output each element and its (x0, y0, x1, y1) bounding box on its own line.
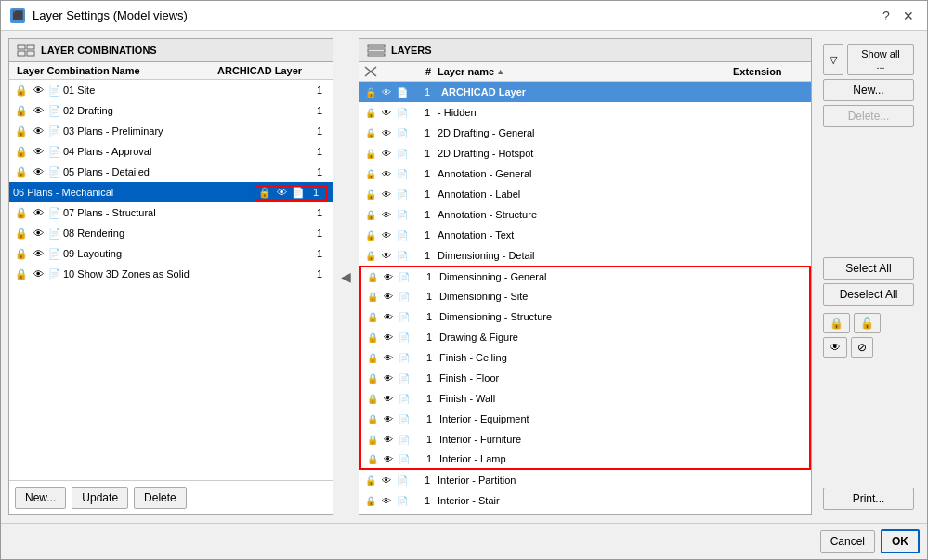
layer-icons: 🔒👁📄 (363, 128, 417, 138)
help-button[interactable]: ? (877, 7, 895, 25)
deselect-all-button[interactable]: Deselect All (823, 283, 914, 306)
select-all-button[interactable]: Select All (823, 257, 914, 280)
layer-num: 1 (419, 311, 439, 322)
layer-row[interactable]: 🔒👁📄12D Drafting - Hotspot (359, 143, 811, 163)
layers-icon (367, 43, 386, 58)
doc-icon: 📄 (397, 353, 412, 363)
combinations-new-button[interactable]: New... (15, 487, 66, 509)
layer-row[interactable]: 🔒👁📄1Dimensioning - Structure (359, 306, 811, 327)
eye-icon: 👁 (30, 125, 46, 137)
layer-row[interactable]: 🔒👁📄1Annotation - Label (359, 184, 811, 204)
layer-num: 1 (417, 495, 438, 506)
layer-row[interactable]: 🔒👁📄1Interior - Stair (359, 490, 811, 511)
layer-num: 1 (417, 168, 438, 179)
right-action-buttons: ▽ Show all ... New... Delete... Select A… (817, 38, 920, 515)
layer-icons: 🔒👁📄 (365, 292, 419, 302)
filter-icon-button[interactable]: ▽ (823, 44, 843, 75)
layer-row[interactable]: 🔒👁📄1Finish - Wall (359, 388, 811, 409)
dialog-footer: Cancel OK (1, 523, 927, 559)
layer-row[interactable]: 🔒👁📄1- Hidden (359, 102, 811, 123)
print-button[interactable]: Print... (823, 488, 914, 510)
ok-button[interactable]: OK (881, 529, 920, 553)
combinations-update-button[interactable]: Update (72, 487, 128, 509)
layer-row[interactable]: 🔒👁📄1Interior - Equipment (359, 409, 811, 429)
layer-row[interactable]: 🔒👁📄1Dimensioning - Site (359, 286, 811, 306)
layer-row[interactable]: 🔒👁📄1Interior - Partition (359, 470, 811, 490)
dialog-body: LAYER COMBINATIONS Layer Combination Nam… (1, 31, 927, 523)
doc-icon: 📄 (46, 207, 63, 219)
layers-col-headers: # Layer name ▲ Extension (359, 62, 811, 82)
combinations-panel-header: LAYER COMBINATIONS (9, 39, 333, 62)
unlock-toggle-button[interactable]: 🔓 (854, 313, 881, 333)
combination-row[interactable]: 🔒👁📄08 Rendering1 (9, 223, 333, 243)
rcol-name: Layer name ▲ (438, 66, 733, 77)
layers-new-button[interactable]: New... (823, 79, 914, 101)
layer-num: 1 (419, 332, 439, 343)
combination-name: 01 Site (63, 85, 310, 96)
lock-icon: 🔒 (365, 394, 380, 404)
combination-name: 02 Drafting (63, 105, 310, 116)
layer-row[interactable]: 🔒👁📄1Interior - Furniture (359, 429, 811, 449)
layer-icons: 🔒👁📄 (363, 149, 417, 159)
layer-row[interactable]: 🔒👁📄1Annotation - Text (359, 225, 811, 245)
combination-row[interactable]: 🔒👁📄10 Show 3D Zones as Solid1 (9, 264, 333, 284)
doc-icon: 📄 (395, 496, 410, 506)
combination-row[interactable]: 🔒👁📄03 Plans - Preliminary1 (9, 121, 333, 141)
eye-icon: 👁 (381, 272, 396, 282)
layer-row[interactable]: 🔒👁📄1Finish - Floor (359, 368, 811, 388)
eye-icon: 👁 (379, 108, 394, 118)
layer-row[interactable]: 🔒👁📄1Drawing & Figure (359, 327, 811, 347)
layer-row[interactable]: 🔒👁📄1Annotation - Structure (359, 204, 811, 225)
layer-name: Finish - Wall (439, 393, 805, 404)
combination-row[interactable]: 🔒👁📄04 Plans - Approval1 (9, 141, 333, 162)
combination-num: 1 (310, 125, 329, 137)
combination-row[interactable]: 🔒👁📄09 Layouting1 (9, 243, 333, 264)
layers-delete-button[interactable]: Delete... (823, 105, 914, 127)
show-layer-button[interactable]: 👁 (823, 337, 847, 358)
eye-icon: 👁 (379, 210, 394, 220)
layer-num: 1 (417, 86, 438, 98)
col-layer-label: ARCHICAD Layer (217, 65, 329, 76)
combinations-delete-button[interactable]: Delete (134, 487, 187, 509)
lock-icon: 🔒 (13, 248, 30, 260)
show-all-button[interactable]: Show all ... (847, 44, 914, 75)
layer-row[interactable]: 🔒👁📄1Dimensioning - Detail (359, 245, 811, 266)
eye-icon: 👁 (30, 228, 46, 239)
layer-num: 1 (417, 209, 438, 220)
combination-row[interactable]: 06 Plans - Mechanical🔒👁📄1 (9, 182, 333, 202)
eye-icon: 👁 (381, 292, 396, 302)
cancel-button[interactable]: Cancel (820, 530, 875, 553)
title-bar: ⬛ Layer Settings (Model views) ? ✕ (1, 1, 927, 31)
doc-icon: 📄 (397, 292, 412, 302)
layer-row[interactable]: 🔒👁📄1ARCHICAD Layer (359, 82, 811, 102)
layer-row[interactable]: 🔒👁📄1Finish - Ceiling (359, 347, 811, 368)
combinations-list[interactable]: 🔒👁📄01 Site1🔒👁📄02 Drafting1🔒👁📄03 Plans - … (9, 80, 333, 480)
lock-icon: 🔒 (13, 125, 30, 137)
layer-row[interactable]: 🔒👁📄1Dimensioning - General (359, 266, 811, 286)
lock-icon: 🔒 (365, 414, 380, 424)
hide-layer-button[interactable]: ⊘ (851, 337, 873, 358)
doc-icon: 📄 (46, 248, 63, 260)
eye-icon: 👁 (381, 332, 396, 343)
combination-row[interactable]: 🔒👁📄01 Site1 (9, 80, 333, 100)
layer-num: 1 (417, 148, 438, 159)
dialog-title: Layer Settings (Model views) (33, 8, 188, 22)
combination-row[interactable]: 🔒👁📄07 Plans - Structural1 (9, 202, 333, 223)
layers-list[interactable]: 🔒👁📄1ARCHICAD Layer🔒👁📄1- Hidden🔒👁📄12D Dra… (359, 82, 811, 514)
lock-toggle-button[interactable]: 🔒 (823, 313, 850, 333)
layer-name: Dimensioning - Detail (438, 250, 807, 261)
doc-icon: 📄 (395, 251, 410, 261)
layer-num: 1 (417, 107, 438, 118)
close-button[interactable]: ✕ (899, 7, 918, 25)
eye-icon: 👁 (381, 373, 396, 384)
layer-row[interactable]: 🔒👁📄1Annotation - General (359, 163, 811, 184)
lock-icon: 🔒 (363, 496, 378, 506)
layer-row[interactable]: 🔒👁📄1Marker - Change (359, 511, 811, 514)
layer-num: 1 (419, 271, 439, 282)
layer-name: Interior - Lamp (439, 453, 805, 464)
combination-row[interactable]: 🔒👁📄02 Drafting1 (9, 100, 333, 121)
combination-row[interactable]: 🔒👁📄05 Plans - Detailed1 (9, 162, 333, 182)
combination-name: 04 Plans - Approval (63, 146, 310, 157)
layer-row[interactable]: 🔒👁📄1Interior - Lamp (359, 449, 811, 470)
layer-row[interactable]: 🔒👁📄12D Drafting - General (359, 123, 811, 143)
